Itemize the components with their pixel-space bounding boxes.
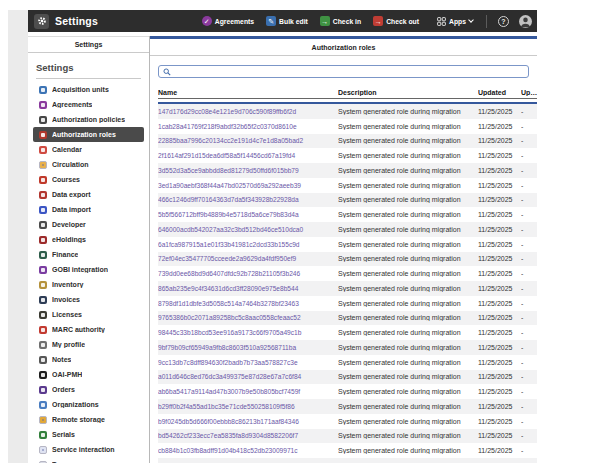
topbar-check-out-button[interactable]: →Check out <box>373 16 419 26</box>
role-name-link[interactable]: 5b5f566712bff9b4889b4e5718d5a6ce79b83d4a <box>158 211 299 218</box>
table-row: 9bf79b09cf65949a9fb8c8603f510a92568711ba… <box>158 340 537 355</box>
role-description-cell: System generated role during migration <box>338 329 478 336</box>
role-name-cell: 98445c33b18bcd53ee916a9173c66f9705a49c1b <box>158 329 338 336</box>
table-header-row: Name Description Updated Updated by <box>158 86 537 99</box>
role-updated-cell: 11/25/2025 <box>478 152 521 159</box>
table-row: 8798df1d1dbfe3d5058c514a7464b3278bf23463… <box>158 296 537 311</box>
help-button[interactable]: ? <box>498 16 509 27</box>
role-name-link[interactable]: a011d646c8ed76dc3a499375e87d28e67a7c6f84 <box>158 373 301 380</box>
topbar-check-in-button[interactable]: →Check in <box>320 16 361 26</box>
role-name-link[interactable]: 2f1614af291d15dea6df58a5f14456cd67a19fd4 <box>158 152 295 159</box>
role-name-link[interactable]: 646000acdb542027aa32c3bd512bd46ce510dca0 <box>158 226 303 233</box>
sidebar-item-organizations[interactable]: Organizations <box>36 397 141 412</box>
role-updated-cell: 11/25/2025 <box>478 344 521 351</box>
sidebar-item-developer[interactable]: Developer <box>36 217 141 232</box>
sidebar-item-courses[interactable]: Courses <box>36 172 141 187</box>
role-name-link[interactable]: ab6ba5417a9114ad47b3007b9e50b805bcf7459f <box>158 388 300 395</box>
role-description-cell: System generated role during migration <box>338 241 478 248</box>
role-name-link[interactable]: 72ef04ec35477705cceede2a9629da4fdf950ef9 <box>158 255 296 262</box>
role-name-link[interactable]: 147d176d29cc08e4e121e9d706c590f89ffb6f2d <box>158 108 296 115</box>
profile-avatar-button[interactable] <box>519 15 532 28</box>
sidebar-item-gobi-integration[interactable]: GOBI integration <box>36 262 141 277</box>
role-updated-cell: 11/25/2025 <box>478 182 521 189</box>
role-name-link[interactable]: 466c1246d9ff70164363d7da5f343928b22928da <box>158 196 299 203</box>
role-name-link[interactable]: 739dd0ee68bd9d6407dfdc92b728b21105f3b246 <box>158 270 300 277</box>
gobi-integration-icon <box>39 266 47 274</box>
table-row: 147d176d29cc08e4e121e9d706c590f89ffb6f2d… <box>158 104 537 119</box>
role-name-link[interactable]: bd54262cf233ecc7ea5835fa8d9304d8582206f7 <box>158 432 298 439</box>
check-in-icon: → <box>320 16 330 26</box>
role-name-link[interactable]: 865ab235e9c4f34631d6cd3ff28090e975e8b544 <box>158 285 298 292</box>
role-description-cell: System generated role during migration <box>338 388 478 395</box>
role-updated-by-cell: - <box>521 432 537 439</box>
search-input[interactable] <box>174 66 524 77</box>
sidebar-pane-title: Settings <box>28 36 149 53</box>
role-name-link[interactable]: 22885baa7996c20134cc2e191d4c7e1d8a05bad2 <box>158 137 303 144</box>
sidebar-item-orders[interactable]: Orders <box>36 382 141 397</box>
sidebar-item-notes[interactable]: Notes <box>36 352 141 367</box>
sidebar-item-label: Serials <box>52 431 75 438</box>
role-description-cell: System generated role during migration <box>338 152 478 159</box>
sidebar-item-serials[interactable]: Serials <box>36 427 141 442</box>
settings-sidebar-pane: Settings Settings Acquisition unitsAgree… <box>28 36 150 463</box>
role-updated-by-cell: - <box>521 123 537 130</box>
table-row: b9f0245db5d666f00ebbb8c86213b171aaf84346… <box>158 414 537 429</box>
role-name-link[interactable]: 9cc13db7c8dff894630f2badb7b73aa578827c3e <box>158 359 298 366</box>
role-name-link[interactable]: cb884b1c03fb8adff91d04b418c52db23009971c <box>158 447 298 454</box>
role-name-link[interactable]: 1cab28a41769f218f9abdf32b65f2c0370d8610e <box>158 123 297 130</box>
role-description-cell: System generated role during migration <box>338 211 478 218</box>
topbar-divider <box>486 15 487 28</box>
sidebar-item-inventory[interactable]: Inventory <box>36 277 141 292</box>
apps-menu-button[interactable]: Apps <box>437 17 473 26</box>
sidebar-item-invoices[interactable]: Invoices <box>36 292 141 307</box>
role-description-cell: System generated role during migration <box>338 314 478 321</box>
column-header-updated[interactable]: Updated <box>478 89 521 96</box>
role-name-link[interactable]: 8798df1d1dbfe3d5058c514a7464b3278bf23463 <box>158 300 299 307</box>
column-header-name[interactable]: Name <box>158 89 338 96</box>
sidebar-item-my-profile[interactable]: My profile <box>36 337 141 352</box>
sidebar-item-data-export[interactable]: Data export <box>36 187 141 202</box>
sidebar-item-tags[interactable]: Tags <box>36 457 141 463</box>
table-row: 865ab235e9c4f34631d6cd3ff28090e975e8b544… <box>158 281 537 296</box>
sidebar-item-oai-pmh[interactable]: OAI-PMH <box>36 367 141 382</box>
sidebar-item-data-import[interactable]: Data import <box>36 202 141 217</box>
courses-icon <box>39 176 47 184</box>
tags-icon <box>39 461 47 464</box>
role-updated-by-cell: - <box>521 108 537 115</box>
licenses-icon <box>39 311 47 319</box>
role-name-link[interactable]: 6a1fca987915a1e01f33b41981c2dcd33b155c9d <box>158 241 300 248</box>
role-name-link[interactable]: 3ed1a90aebf368f44a47bd02570d69a292aeeb39 <box>158 182 301 189</box>
sidebar-item-licenses[interactable]: Licenses <box>36 307 141 322</box>
settings-module-badge[interactable] <box>34 14 49 29</box>
role-name-link[interactable]: b29ff0b2f4a55ad1bc35e71cde550258109f5f86 <box>158 403 295 410</box>
role-updated-by-cell: - <box>521 226 537 233</box>
role-description-cell: System generated role during migration <box>338 108 478 115</box>
sidebar-item-acquisition-units[interactable]: Acquisition units <box>36 82 141 97</box>
topbar-bulk-edit-button[interactable]: ✎Bulk edit <box>266 16 308 26</box>
role-description-cell: System generated role during migration <box>338 403 478 410</box>
sidebar-item-calendar[interactable]: Calendar <box>36 142 141 157</box>
sidebar-item-agreements[interactable]: Agreements <box>36 97 141 112</box>
column-header-description[interactable]: Description <box>338 89 478 96</box>
agreements-icon: ✓ <box>202 16 212 26</box>
sidebar-item-remote-storage[interactable]: Remote storage <box>36 412 141 427</box>
sidebar-item-authorization-roles[interactable]: Authorization roles <box>33 127 144 142</box>
sidebar-item-service-interaction[interactable]: Service interaction <box>36 442 141 457</box>
topbar-agreements-button[interactable]: ✓Agreements <box>202 16 254 26</box>
sidebar-item-eholdings[interactable]: eHoldings <box>36 232 141 247</box>
role-name-link[interactable]: b9f0245db5d666f00ebbb8c86213b171aaf84346 <box>158 418 299 425</box>
bulk-edit-icon: ✎ <box>266 16 276 26</box>
sidebar-item-marc-authority[interactable]: MARC authority <box>36 322 141 337</box>
role-name-link[interactable]: 9765386b0c2071a89258bc5c8aac0558cfeaac52 <box>158 314 301 321</box>
column-header-updated-by[interactable]: Updated by <box>521 89 537 96</box>
search-box <box>158 65 529 78</box>
sidebar-item-circulation[interactable]: Circulation <box>36 157 141 172</box>
sidebar-item-finance[interactable]: Finance <box>36 247 141 262</box>
role-name-link[interactable]: 98445c33b18bcd53ee916a9173c66f9705a49c1b <box>158 329 301 336</box>
organizations-icon <box>39 401 47 409</box>
role-name-cell: 3ed1a90aebf368f44a47bd02570d69a292aeeb39 <box>158 182 338 189</box>
sidebar-item-authorization-policies[interactable]: Authorization policies <box>36 112 141 127</box>
role-name-link[interactable]: 9bf79b09cf65949a9fb8c8603f510a92568711ba <box>158 344 296 351</box>
role-name-cell: 22885baa7996c20134cc2e191d4c7e1d8a05bad2 <box>158 137 338 144</box>
role-name-link[interactable]: 3d552d3a5ce9abbdd8ed81279d50ffd6f015bb79 <box>158 167 299 174</box>
